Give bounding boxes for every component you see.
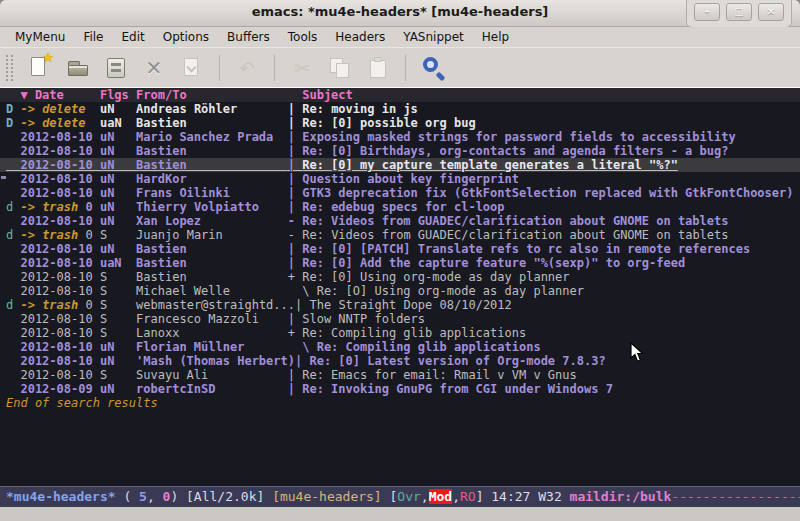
header-row[interactable]: D -> delete uaN Bastien | Re: [0] possib… [0, 116, 800, 130]
new-file-icon[interactable] [27, 55, 53, 81]
header-row[interactable]: 2012-08-10 uN Frans Oilinki | GTK3 depre… [0, 186, 800, 200]
menu-item-options[interactable]: Options [154, 28, 218, 46]
header-row[interactable]: d -> trash 0 S webmaster@straightd...| T… [0, 298, 800, 312]
menu-item-file[interactable]: File [74, 28, 112, 46]
emacs-window: emacs: *mu4e-headers* [mu4e-headers] –□✕… [0, 0, 800, 521]
header-row[interactable]: d -> trash 0 uN Thierry Volpiatto | Re: … [0, 200, 800, 214]
header-row[interactable]: D -> delete uN Andreas Röhler | Re: movi… [0, 102, 800, 116]
modeline-segment: Ovr [397, 489, 420, 504]
modeline-segment: , [147, 489, 163, 504]
mode-line[interactable]: *mu4e-headers* ( 5, 0) [All/2.0k] [mu4e-… [0, 486, 800, 508]
header-row[interactable]: 2012-08-10 S Francesco Mazzoli | Slow NN… [0, 312, 800, 326]
modeline-segment: ( [116, 489, 139, 504]
toolbar-separator [405, 55, 406, 81]
modeline-segment: , [421, 489, 429, 504]
modeline-segment: Mod [429, 489, 452, 504]
header-row[interactable]: 2012-08-09 uN robertcInSD | Re: Invoking… [0, 382, 800, 396]
modeline-segment: ] 14:27 W32 [476, 489, 570, 504]
modeline-segment: ---------------------------------------- [671, 489, 800, 504]
header-row[interactable]: 2012-08-10 S Michael Welle \ Re: [O] Usi… [0, 284, 800, 298]
toolbar-separator [219, 55, 220, 81]
maximize-button[interactable]: □ [726, 3, 752, 21]
message-list: D -> delete uN Andreas Röhler | Re: movi… [0, 102, 800, 396]
headers-column-header: ▼ Date Flgs From/To Subject [0, 88, 800, 102]
header-row[interactable]: 2012-08-10 uN Florian Müllner \ Re: Comp… [0, 340, 800, 354]
open-folder-icon[interactable] [65, 55, 91, 81]
menu-item-tools[interactable]: Tools [279, 28, 327, 46]
mu4e-headers-buffer[interactable]: ▼ Date Flgs From/To Subject D -> delete … [0, 87, 800, 487]
header-row[interactable]: d -> trash 0 S Juanjo Marin - Re: Videos… [0, 228, 800, 242]
search-icon[interactable] [420, 55, 446, 81]
window-buttons: –□✕ [686, 0, 792, 28]
cut-icon: ✂ [289, 55, 315, 81]
modeline-segment: [ [382, 489, 398, 504]
modeline-segment: ) [All/2.0k] [170, 489, 272, 504]
mouse-cursor [630, 342, 644, 363]
menu-item-headers[interactable]: Headers [326, 28, 394, 46]
save-icon[interactable] [103, 55, 129, 81]
close-button[interactable]: ✕ [758, 3, 784, 21]
menu-item-yasnippet[interactable]: YASnippet [394, 28, 473, 46]
modeline-segment: 5 [139, 489, 147, 504]
modeline-segment: maildir:/bulk [570, 489, 672, 504]
header-row[interactable]: 2012-08-10 uN Bastien | Re: [0] Birthday… [0, 144, 800, 158]
header-row[interactable]: 2012-08-10 uN Xan Lopez - Re: Videos fro… [0, 214, 800, 228]
window-bottom-frame [0, 507, 800, 521]
save-as-icon [179, 55, 205, 81]
header-row[interactable]: 2012-08-10 S Suvayu Ali | Re: Emacs for … [0, 368, 800, 382]
header-row[interactable]: 2012-08-10 uN 'Mash (Thomas Herbert)| Re… [0, 354, 800, 368]
title-bar[interactable]: emacs: *mu4e-headers* [mu4e-headers] –□✕ [0, 0, 800, 27]
header-row[interactable]: 2012-08-10 uN Mario Sanchez Prada | Expo… [0, 130, 800, 144]
undo-icon: ↶ [234, 55, 260, 81]
modeline-segment: , [452, 489, 460, 504]
header-row[interactable]: 2012-08-10 uN HardKor | Question about k… [0, 172, 800, 186]
header-row[interactable]: 2012-08-10 uN Bastien | Re: [0] [PATCH] … [0, 242, 800, 256]
end-of-search-results: End of search results [0, 396, 800, 410]
fringe-indicator [1, 176, 6, 179]
toolbar-drag-handle[interactable] [6, 55, 13, 81]
header-row[interactable]: 2012-08-10 uaN Bastien | Re: [0] Add the… [0, 256, 800, 270]
tool-bar: ✕↶✂ [0, 47, 800, 88]
copy-icon [327, 55, 353, 81]
menu-bar: MyMenuFileEditOptionsBuffersToolsHeaders… [0, 27, 800, 47]
minimize-button[interactable]: – [694, 3, 720, 21]
toolbar-separator [274, 55, 275, 81]
header-row[interactable]: 2012-08-10 S Lanoxx + Re: Compiling glib… [0, 326, 800, 340]
menu-item-buffers[interactable]: Buffers [218, 28, 279, 46]
modeline-segment: [mu4e-headers] [272, 489, 382, 504]
window-title: emacs: *mu4e-headers* [mu4e-headers] [0, 4, 800, 19]
modeline-segment: *mu4e-headers* [6, 489, 116, 504]
header-row[interactable]: 2012-08-10 uN Bastien | Re: [0] my captu… [0, 158, 800, 172]
close-buffer-icon[interactable]: ✕ [141, 55, 167, 81]
menu-item-help[interactable]: Help [473, 28, 518, 46]
paste-icon [365, 55, 391, 81]
header-row[interactable]: 2012-08-10 S Bastien + Re: [0] Using org… [0, 270, 800, 284]
menu-item-edit[interactable]: Edit [113, 28, 154, 46]
menu-item-mymenu[interactable]: MyMenu [6, 28, 74, 46]
modeline-segment: RO [460, 489, 476, 504]
